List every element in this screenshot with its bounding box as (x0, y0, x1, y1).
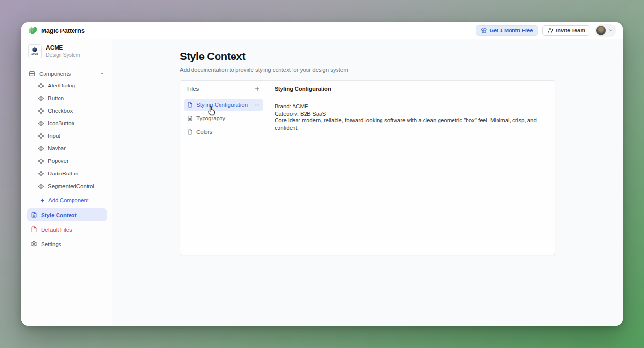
sidebar-item-alertdialog[interactable]: AlertDialog (27, 79, 107, 92)
app-window: Magic Patterns Get 1 Month Free (21, 22, 623, 326)
file-content-line: Category: B2B SaaS (275, 110, 547, 117)
gear-icon (31, 241, 37, 247)
header-actions: Get 1 Month Free Invite Team (476, 24, 616, 37)
get-month-free-label: Get 1 Month Free (489, 28, 533, 33)
user-avatar (596, 25, 606, 36)
main-content: Style Context Add documentation to provi… (112, 39, 623, 326)
file-item-label: Colors (196, 129, 212, 135)
brand-name: Magic Patterns (41, 27, 85, 34)
chevron-down-icon (608, 28, 613, 33)
add-component-label: Add Component (48, 197, 88, 203)
sidebar-item-input[interactable]: Input (27, 130, 107, 142)
magic-patterns-logo-icon (28, 26, 38, 35)
add-file-button[interactable] (254, 86, 260, 92)
sidebar-divider (28, 64, 106, 64)
component-icon (38, 108, 44, 114)
workspace-name: ACME (46, 45, 80, 51)
user-plus-icon (548, 28, 554, 33)
sidebar: ACME ACME Design System Components (21, 39, 112, 326)
files-header: Files (180, 81, 267, 97)
style-context-panel: Files Styling Configuration (180, 80, 555, 255)
component-label: Checkbox (48, 108, 73, 114)
detail-header: Styling Configuration (267, 81, 555, 97)
page-subtitle: Add documentation to provide styling con… (180, 67, 555, 72)
sidebar-item-navbar[interactable]: Navbar (27, 142, 107, 155)
file-content[interactable]: Brand: ACME Category: B2B SaaS Core idea… (267, 97, 555, 137)
brand-logo-group[interactable]: Magic Patterns (28, 26, 85, 35)
component-label: SegmentedControl (48, 183, 94, 189)
component-label: Popover (48, 158, 69, 164)
app-body: ACME ACME Design System Components (21, 39, 623, 326)
component-label: Navbar (48, 145, 66, 151)
component-icon (38, 83, 44, 89)
invite-team-label: Invite Team (556, 28, 585, 33)
desktop-background: { "header": { "brand": "Magic Patterns",… (0, 0, 644, 348)
file-item-label: Styling Configuration (196, 102, 248, 108)
sidebar-item-iconbutton[interactable]: IconButton (27, 117, 107, 130)
top-header: Magic Patterns Get 1 Month Free (21, 22, 623, 39)
component-label: Input (48, 133, 60, 139)
sidebar-item-radiobutton[interactable]: RadioButton (27, 167, 107, 180)
gift-icon (481, 28, 487, 33)
file-content-line: Core idea: modern, reliable, forward-loo… (275, 117, 547, 131)
component-icon (38, 158, 44, 164)
file-detail-column: Styling Configuration Brand: ACME Catego… (267, 81, 555, 255)
workspace-subtitle: Design System (46, 52, 80, 58)
add-component-button[interactable]: Add Component (27, 193, 107, 207)
component-icon (38, 171, 44, 177)
file-text-icon (187, 129, 193, 135)
get-month-free-button[interactable]: Get 1 Month Free (476, 25, 538, 36)
invite-team-button[interactable]: Invite Team (542, 25, 590, 36)
style-context-label: Style Context (41, 212, 77, 218)
sidebar-item-settings[interactable]: Settings (27, 237, 107, 250)
component-label: RadioButton (48, 171, 78, 176)
component-icon (38, 95, 44, 102)
file-text-icon (187, 116, 193, 121)
component-icon (38, 133, 44, 139)
sidebar-item-style-context[interactable]: Style Context (27, 208, 107, 221)
sidebar-item-segmentedcontrol[interactable]: SegmentedControl (27, 180, 107, 192)
chevron-down-icon (100, 71, 105, 76)
component-label: Button (48, 95, 64, 101)
files-header-label: Files (187, 86, 199, 92)
file-item-colors[interactable]: Colors (184, 126, 263, 138)
acme-workspace-logo: ACME (28, 44, 42, 58)
file-text-icon (187, 102, 193, 108)
file-text-icon (31, 212, 37, 218)
component-icon (38, 120, 44, 127)
component-label: AlertDialog (48, 83, 75, 88)
components-section-toggle[interactable]: Components (27, 68, 107, 79)
component-icon (38, 145, 44, 152)
plus-icon (40, 198, 45, 203)
component-icon (38, 183, 44, 189)
page-title: Style Context (180, 50, 555, 63)
component-label: IconButton (48, 120, 74, 126)
sidebar-item-button[interactable]: Button (27, 92, 107, 104)
account-menu[interactable] (595, 24, 616, 37)
file-icon (31, 226, 37, 232)
workspace-switcher[interactable]: ACME ACME Design System (27, 44, 107, 59)
files-column: Files Styling Configuration (180, 81, 267, 255)
file-menu-icon[interactable] (254, 102, 260, 108)
sidebar-item-popover[interactable]: Popover (27, 155, 107, 167)
default-files-label: Default Files (41, 227, 72, 232)
file-item-typography[interactable]: Typography (184, 113, 263, 124)
grid-icon (29, 71, 35, 77)
file-item-label: Typography (196, 116, 225, 121)
file-item-styling-configuration[interactable]: Styling Configuration (184, 99, 263, 111)
settings-label: Settings (41, 241, 61, 247)
acme-logo-label: ACME (31, 53, 38, 56)
sidebar-item-default-files[interactable]: Default Files (27, 223, 107, 236)
file-content-line: Brand: ACME (275, 103, 547, 110)
components-section-label: Components (39, 71, 71, 77)
sidebar-item-checkbox[interactable]: Checkbox (27, 104, 107, 117)
